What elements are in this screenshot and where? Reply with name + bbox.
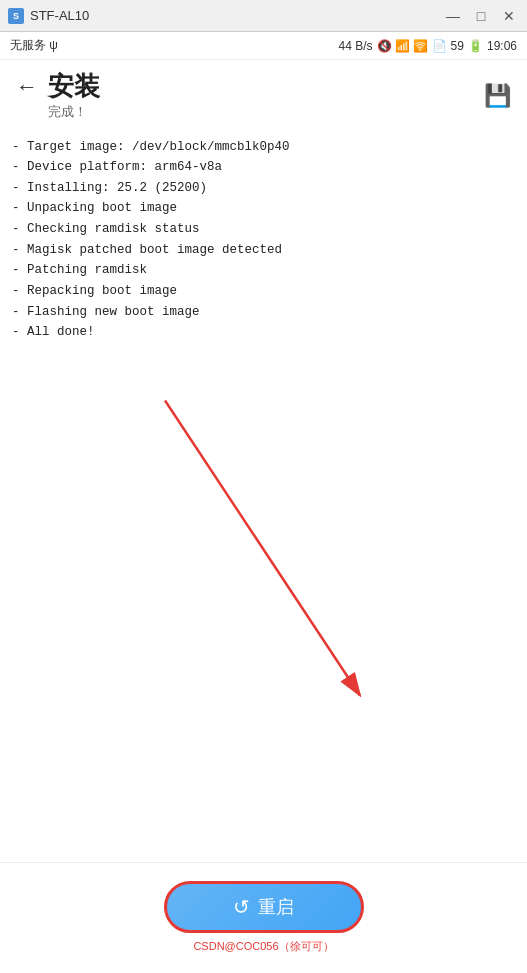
log-line: - Repacking boot image <box>12 281 515 302</box>
log-line: - Target image: /dev/block/mmcblk0p40 <box>12 137 515 158</box>
log-line: - Checking ramdisk status <box>12 219 515 240</box>
battery-level: 59 <box>451 39 464 53</box>
page-subtitle: 完成！ <box>48 103 100 121</box>
title-bar-left: S STF-AL10 <box>8 8 89 24</box>
service-status: 无服务 ψ <box>10 37 58 54</box>
log-line: - Installing: 25.2 (25200) <box>12 178 515 199</box>
close-button[interactable]: ✕ <box>499 6 519 26</box>
save-button[interactable]: 💾 <box>484 83 511 109</box>
status-bar-left: 无服务 ψ <box>10 37 58 54</box>
status-icons: 🔇 📶 🛜 📄 <box>377 39 447 53</box>
log-line: - Device platform: arm64-v8a <box>12 157 515 178</box>
back-button[interactable]: ← <box>16 74 38 100</box>
minimize-button[interactable]: — <box>443 6 463 26</box>
page-title: 安装 <box>48 72 100 101</box>
bottom-bar: ↺ 重启 CSDN@COC056（徐可可） <box>0 862 527 972</box>
restart-button[interactable]: ↺ 重启 <box>164 881 364 933</box>
status-bar: 无服务 ψ 44 B/s 🔇 📶 🛜 📄 59 🔋 19:06 <box>0 32 527 60</box>
status-bar-right: 44 B/s 🔇 📶 🛜 📄 59 🔋 19:06 <box>339 39 517 53</box>
app-header: ← 安装 完成！ 💾 <box>0 60 527 129</box>
title-bar-controls: — □ ✕ <box>443 6 519 26</box>
restart-icon: ↺ <box>233 895 250 919</box>
battery-icon: 🔋 <box>468 39 483 53</box>
log-line: - Patching ramdisk <box>12 260 515 281</box>
app-icon: S <box>8 8 24 24</box>
log-line: - All done! <box>12 322 515 343</box>
header-title-group: 安装 完成！ <box>48 72 100 121</box>
clock: 19:06 <box>487 39 517 53</box>
watermark: CSDN@COC056（徐可可） <box>193 939 333 954</box>
log-area: - Target image: /dev/block/mmcblk0p40- D… <box>0 129 527 351</box>
svg-line-1 <box>165 400 360 695</box>
title-bar: S STF-AL10 — □ ✕ <box>0 0 527 32</box>
log-line: - Unpacking boot image <box>12 198 515 219</box>
log-line: - Magisk patched boot image detected <box>12 240 515 261</box>
log-line: - Flashing new boot image <box>12 302 515 323</box>
header-left: ← 安装 完成！ <box>16 72 100 121</box>
window-title: STF-AL10 <box>30 8 89 23</box>
network-speed: 44 B/s <box>339 39 373 53</box>
main-content: - Target image: /dev/block/mmcblk0p40- D… <box>0 129 527 972</box>
restart-label: 重启 <box>258 895 294 919</box>
watermark-text: CSDN@COC056（徐可可） <box>193 940 333 952</box>
maximize-button[interactable]: □ <box>471 6 491 26</box>
